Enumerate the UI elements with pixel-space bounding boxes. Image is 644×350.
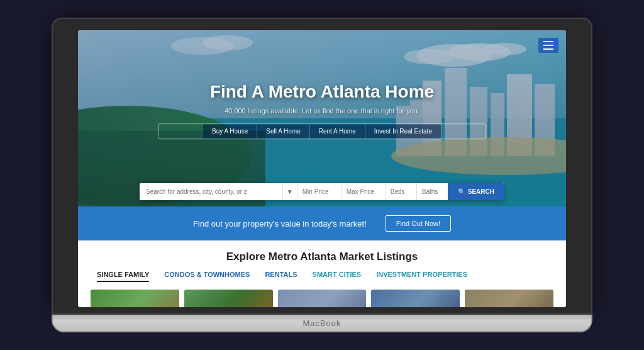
explore-section: Explore Metro Atlanta Market Listings SI…	[78, 240, 566, 307]
tab-rent-home[interactable]: Rent A Home	[310, 124, 365, 138]
property-thumb-1[interactable]	[91, 290, 179, 307]
menu-button[interactable]	[538, 38, 558, 53]
tab-single-family[interactable]: SINGLE FAMILY	[97, 271, 149, 282]
max-price-input[interactable]	[341, 183, 385, 200]
beds-input[interactable]	[385, 183, 416, 200]
search-button[interactable]: 🔍 SEARCH	[448, 183, 504, 200]
search-bar: ▼ 🔍 SEARCH	[140, 183, 504, 200]
laptop-base: MacBook	[52, 315, 592, 332]
menu-icon-line	[543, 48, 553, 50]
property-thumbnails-row	[91, 290, 553, 307]
hero-content: Find A Metro Atlanta Home 40,000 listing…	[158, 82, 486, 148]
property-thumb-4[interactable]	[371, 290, 460, 307]
find-out-now-button[interactable]: Find Out Now!	[386, 215, 451, 232]
promo-text: Find out your property's value in today'…	[193, 219, 367, 229]
property-thumb-3[interactable]	[278, 290, 367, 307]
search-input[interactable]	[140, 183, 282, 200]
hero-section: Find A Metro Atlanta Home 40,000 listing…	[78, 30, 566, 206]
tab-sell-home[interactable]: Sell A Home	[257, 124, 309, 138]
tab-buy-house[interactable]: Buy A House	[203, 124, 257, 138]
site-wrapper: Find A Metro Atlanta Home 40,000 listing…	[78, 30, 566, 307]
laptop-screen: Find A Metro Atlanta Home 40,000 listing…	[78, 30, 566, 307]
search-dropdown-button[interactable]: ▼	[282, 183, 297, 200]
explore-tabs: SINGLE FAMILY CONDOS & TOWNHOMES RENTALS…	[91, 271, 553, 282]
explore-title: Explore Metro Atlanta Market Listings	[91, 251, 553, 263]
search-icon: 🔍	[458, 188, 465, 195]
laptop-wrapper: Find A Metro Atlanta Home 40,000 listing…	[52, 18, 592, 332]
hero-subtitle: 40,000 listings available. Let us find t…	[158, 107, 486, 115]
tab-investment-properties[interactable]: INVESTMENT PROPERTIES	[376, 271, 467, 282]
min-price-input[interactable]	[297, 183, 341, 200]
property-thumb-2[interactable]	[184, 290, 273, 307]
menu-icon-line	[543, 45, 553, 46]
tab-rentals[interactable]: RENTALS	[265, 271, 297, 282]
hero-nav-tabs: Buy A House Sell A Home Rent A Home Inve…	[158, 123, 486, 139]
baths-input[interactable]	[416, 183, 448, 200]
search-bar-section: ▼ 🔍 SEARCH	[140, 183, 504, 200]
search-button-label: SEARCH	[468, 188, 494, 195]
tab-smart-cities[interactable]: SMART CITIES	[313, 271, 362, 282]
property-thumb-5[interactable]	[465, 290, 553, 307]
laptop-bezel: Find A Metro Atlanta Home 40,000 listing…	[52, 18, 592, 315]
menu-icon-line	[543, 41, 553, 42]
tab-condos-townhomes[interactable]: CONDOS & TOWNHOMES	[164, 271, 250, 282]
tab-invest-real[interactable]: Invest In Real Estate	[365, 124, 441, 138]
promo-banner: Find out your property's value in today'…	[78, 206, 566, 240]
hero-title: Find A Metro Atlanta Home	[158, 82, 486, 102]
laptop-brand: MacBook	[303, 319, 341, 328]
